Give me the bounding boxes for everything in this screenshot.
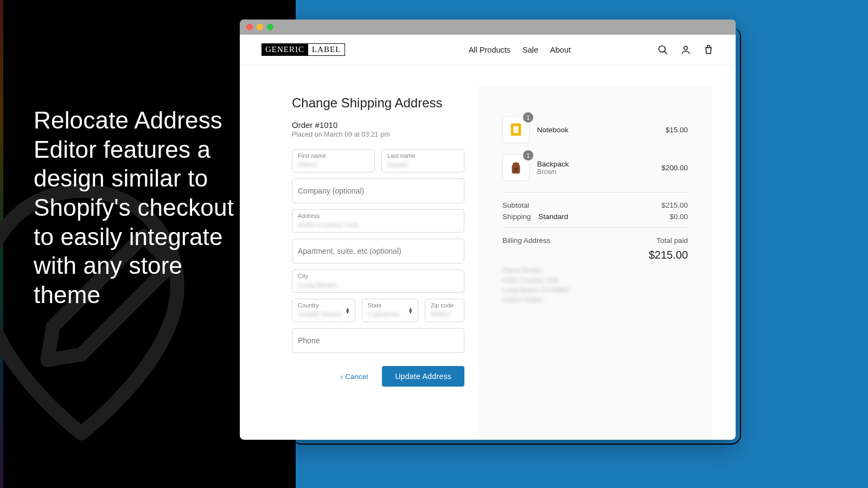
last-name-value: Bustin bbox=[387, 160, 458, 169]
country-value: United States bbox=[298, 310, 349, 318]
address-form: Change Shipping Address Order #1010 Plac… bbox=[240, 86, 473, 440]
company-placeholder: Company (optional) bbox=[298, 187, 458, 195]
svg-point-0 bbox=[659, 46, 666, 52]
svg-rect-4 bbox=[513, 126, 518, 133]
window-zoom-icon[interactable] bbox=[267, 24, 273, 30]
item-name: Backpack bbox=[537, 160, 569, 168]
chevron-updown-icon: ▴▾ bbox=[346, 307, 349, 314]
notebook-icon bbox=[508, 121, 524, 138]
backpack-icon bbox=[508, 159, 524, 176]
address-field[interactable]: Address 4180 Country Club bbox=[292, 209, 464, 233]
browser-window: GENERIC LABEL All Products Sale About Ch… bbox=[240, 20, 736, 440]
shipping-method: Standard bbox=[539, 213, 569, 221]
address-label: Address bbox=[298, 213, 458, 219]
last-name-field[interactable]: Last name Bustin bbox=[381, 149, 464, 172]
billing-address-block: Pierre Bustin 4180 Country Club Long Bea… bbox=[502, 266, 589, 305]
shipping-row: Shipping Standard $0.00 bbox=[502, 213, 688, 221]
update-address-button[interactable]: Update Address bbox=[382, 366, 464, 387]
first-name-field[interactable]: First name Pierre bbox=[292, 149, 375, 172]
promo-headline: Relocate Address Editor features a desig… bbox=[34, 106, 245, 310]
apartment-field[interactable]: Apartment, suite, etc (optional) bbox=[292, 239, 464, 264]
subtotal-row: Subtotal $215.00 bbox=[502, 201, 688, 209]
zip-field[interactable]: Zip code 90807 bbox=[425, 299, 464, 322]
zip-label: Zip code bbox=[431, 303, 458, 309]
site-logo[interactable]: GENERIC LABEL bbox=[261, 43, 345, 57]
order-number: Order #1010 bbox=[292, 120, 464, 130]
subtotal-label: Subtotal bbox=[502, 201, 529, 209]
last-name-label: Last name bbox=[387, 153, 458, 159]
country-select[interactable]: Country United States ▴▾ bbox=[292, 299, 355, 322]
first-name-label: First name bbox=[298, 153, 369, 159]
item-price: $15.00 bbox=[666, 126, 688, 134]
search-icon[interactable] bbox=[658, 44, 668, 55]
item-variant: Brown bbox=[537, 168, 569, 176]
svg-point-2 bbox=[684, 46, 688, 50]
main-content: Change Shipping Address Order #1010 Plac… bbox=[240, 65, 736, 440]
country-label: Country bbox=[298, 303, 349, 309]
billing-label: Billing Address bbox=[502, 236, 551, 245]
shipping-value: $0.00 bbox=[669, 213, 688, 221]
page-title: Change Shipping Address bbox=[292, 95, 464, 111]
city-value: Long Beach bbox=[298, 281, 458, 289]
logo-part1: GENERIC bbox=[261, 43, 308, 56]
chevron-updown-icon: ▴▾ bbox=[409, 307, 412, 314]
total-value: $215.00 bbox=[502, 249, 688, 261]
total-paid-label: Total paid bbox=[656, 236, 688, 245]
window-close-icon[interactable] bbox=[246, 24, 253, 30]
state-label: State bbox=[368, 303, 412, 309]
item-name: Notebook bbox=[537, 126, 569, 134]
cart-icon[interactable] bbox=[703, 44, 714, 55]
window-minimize-icon[interactable] bbox=[257, 24, 263, 30]
site-header: GENERIC LABEL All Products Sale About bbox=[240, 35, 736, 65]
nav-sale[interactable]: Sale bbox=[522, 46, 538, 54]
city-label: City bbox=[298, 273, 458, 279]
svg-rect-6 bbox=[514, 168, 518, 172]
state-value: California bbox=[368, 310, 412, 318]
address-value: 4180 Country Club bbox=[298, 221, 458, 229]
item-qty-badge: 1 bbox=[523, 112, 533, 123]
apartment-placeholder: Apartment, suite, etc (optional) bbox=[298, 247, 458, 255]
form-actions: ‹ Cancel Update Address bbox=[292, 366, 464, 387]
item-thumbnail: 1 bbox=[502, 116, 529, 143]
item-thumbnail: 1 bbox=[502, 154, 529, 181]
divider bbox=[502, 227, 688, 228]
primary-nav: All Products Sale About bbox=[469, 46, 571, 54]
window-titlebar bbox=[240, 20, 736, 35]
item-price: $200.00 bbox=[661, 164, 688, 172]
nav-all-products[interactable]: All Products bbox=[469, 46, 510, 54]
logo-part2: LABEL bbox=[308, 43, 345, 56]
billing-header: Billing Address Total paid bbox=[502, 236, 688, 245]
shipping-label: Shipping bbox=[502, 213, 531, 221]
item-qty-badge: 1 bbox=[523, 150, 533, 160]
nav-about[interactable]: About bbox=[550, 46, 571, 54]
subtotal-value: $215.00 bbox=[661, 201, 688, 209]
divider bbox=[502, 192, 688, 192]
account-icon[interactable] bbox=[680, 44, 691, 55]
cancel-link[interactable]: ‹ Cancel bbox=[341, 373, 368, 381]
phone-field[interactable]: Phone bbox=[292, 328, 464, 353]
order-summary: 1 Notebook $15.00 1 Backpack Brown $200.… bbox=[478, 86, 712, 440]
svg-line-1 bbox=[665, 51, 667, 54]
order-placed: Placed on March 09 at 03:21 pm bbox=[292, 131, 464, 138]
phone-placeholder: Phone bbox=[298, 336, 458, 345]
state-select[interactable]: State California ▴▾ bbox=[362, 299, 418, 322]
city-field[interactable]: City Long Beach bbox=[292, 269, 464, 293]
line-item: 1 Notebook $15.00 bbox=[502, 116, 688, 143]
header-icons bbox=[658, 44, 714, 55]
first-name-value: Pierre bbox=[298, 160, 369, 169]
company-field[interactable]: Company (optional) bbox=[292, 178, 464, 203]
line-item: 1 Backpack Brown $200.00 bbox=[502, 154, 688, 181]
zip-value: 90807 bbox=[431, 310, 458, 318]
